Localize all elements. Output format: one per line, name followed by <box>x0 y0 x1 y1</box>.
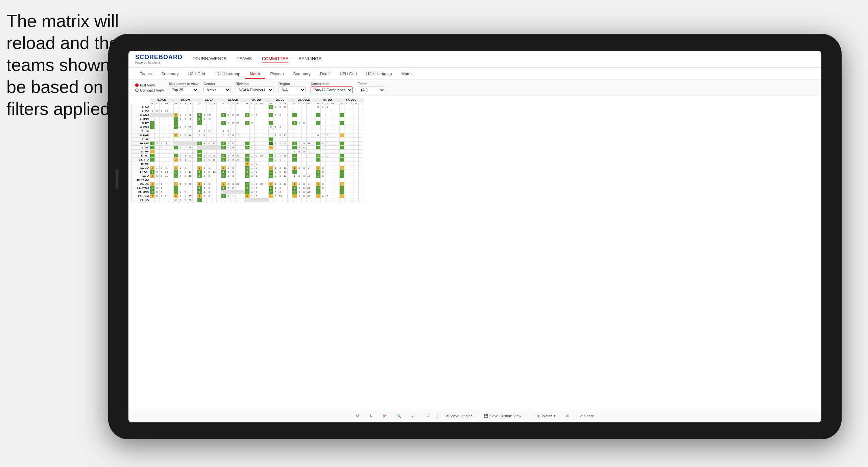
matrix-cell: 1 <box>268 194 273 198</box>
matrix-cell <box>240 133 245 138</box>
matrix-cell <box>178 105 183 109</box>
nav-tournaments[interactable]: TOURNAMENTS <box>193 55 226 63</box>
matrix-cell <box>316 129 320 133</box>
matrix-cell: 0 <box>231 146 235 150</box>
matrix-cell <box>240 109 245 113</box>
matrix-cell <box>249 178 254 182</box>
sub-tab-h2hheatmap2[interactable]: H2H Heatmap <box>361 70 396 79</box>
sub-tab-teams[interactable]: Teams <box>135 70 156 79</box>
sub-tab-summary[interactable]: Summary <box>156 70 183 79</box>
matrix-cell <box>344 113 349 117</box>
matrix-cell <box>259 138 264 142</box>
matrix-cell: 1 <box>292 182 297 186</box>
save-custom-button[interactable]: 💾 Save Custom View <box>481 413 524 419</box>
conference-select[interactable]: Pac-12 Conference (All) <box>311 87 353 93</box>
compact-view-radio[interactable]: Compact View <box>135 88 164 92</box>
sub-tab-h2hheatmap[interactable]: H2H Heatmap <box>210 70 245 79</box>
matrix-cell <box>358 129 363 133</box>
nav-rankings[interactable]: RANKINGS <box>298 55 321 63</box>
matrix-cell <box>183 150 188 154</box>
matrix-cell <box>354 170 358 174</box>
sub-tab-matrix2[interactable]: Matrix <box>397 70 417 79</box>
conference-label: Conference <box>311 82 353 86</box>
matrix-cell <box>221 138 226 142</box>
matrix-cell: 1 <box>197 129 202 133</box>
matrix-cell <box>249 138 254 142</box>
matrix-cell: 0 <box>231 186 235 190</box>
matrix-cell: 0 <box>164 166 169 170</box>
matrix-cell <box>202 105 207 109</box>
zoom-controls[interactable]: - + <box>409 413 419 419</box>
matrix-cell: 1 <box>150 170 155 174</box>
matrix-cell <box>349 186 354 190</box>
matrix-cell <box>330 105 335 109</box>
table-row: 13. UT2112221122120301102802012010 <box>131 154 363 158</box>
view-original-button[interactable]: 👁 View: Original <box>443 413 476 419</box>
matrix-cell: 0 <box>160 109 164 113</box>
matrix-cell: 50 <box>283 105 287 109</box>
matrix-cell <box>268 109 273 113</box>
redo-button[interactable]: ↻ <box>367 413 375 419</box>
matrix-cell <box>354 154 358 158</box>
share-options-button[interactable]: ⊞ <box>563 413 572 419</box>
region-select[interactable]: N/A East West <box>279 87 306 93</box>
sub-tab-matrix[interactable]: Matrix <box>245 70 266 79</box>
matrix-cell <box>264 190 268 194</box>
matrix-cell <box>160 150 164 154</box>
sub-tab-h2hgrid[interactable]: H2H Grid <box>184 70 210 79</box>
matrix-cell <box>259 190 264 194</box>
refresh-button[interactable]: ⟳ <box>380 413 389 419</box>
nav-teams[interactable]: TEAMS <box>237 55 252 63</box>
matrix-cell: 0 <box>231 170 235 174</box>
matrix-cell: 1 <box>273 125 278 129</box>
row-header: 22. UCB <box>131 190 150 194</box>
matrix-cell <box>240 166 245 170</box>
sub-tab-summary2[interactable]: Summary <box>288 70 315 79</box>
matrix-cell <box>330 186 335 190</box>
matrix-cell <box>231 105 235 109</box>
matrix-cell <box>202 138 207 142</box>
matrix-cell <box>169 105 174 109</box>
gender-select[interactable]: Men's Women's <box>203 87 231 93</box>
matrix-cell <box>249 150 254 154</box>
watch-button[interactable]: ◎ Watch ▾ <box>534 413 558 419</box>
share-button[interactable]: ↗ Share <box>577 413 597 419</box>
matrix-cell <box>297 158 302 162</box>
matrix-cell <box>164 133 169 138</box>
sub-tab-players[interactable]: Players <box>265 70 288 79</box>
team-select[interactable]: (All) <box>358 87 385 93</box>
matrix-cell: 1 <box>197 117 202 121</box>
matrix-cell <box>212 150 216 154</box>
matrix-cell <box>202 162 207 166</box>
matrix-cell: 4 <box>178 113 183 117</box>
matrix-cell: 0 <box>202 129 207 133</box>
col-header-osu: 57. OSU <box>339 98 363 102</box>
zoom-out-button[interactable]: 🔍 <box>394 413 404 419</box>
matrix-cell <box>212 146 216 150</box>
sub-tab-detail[interactable]: Detail <box>315 70 335 79</box>
matrix-cell: 2 <box>268 142 273 146</box>
matrix-cell <box>358 186 363 190</box>
matrix-cell <box>330 150 335 154</box>
nav-committee[interactable]: COMMITTEE <box>262 55 288 63</box>
matrix-cell <box>193 125 197 129</box>
full-view-radio[interactable]: Full View <box>135 83 164 87</box>
sub-tab-h2hgrid2[interactable]: H2H Grid <box>335 70 361 79</box>
matrix-cell <box>207 178 212 182</box>
matrix-cell <box>325 186 330 190</box>
eye-icon: 👁 <box>445 414 449 418</box>
matrix-cell: 1 <box>174 170 178 174</box>
undo-button[interactable]: ↺ <box>353 413 362 419</box>
matrix-cell <box>344 194 349 198</box>
matrix-cell <box>193 105 197 109</box>
matrix-cell: 0 <box>278 170 283 174</box>
bottom-toolbar: ↺ ↻ ⟳ 🔍 - + ⊙ 👁 <box>128 409 821 422</box>
division-select[interactable]: NCAA Division I NCAA Division II <box>236 87 273 93</box>
matrix-cell <box>297 138 302 142</box>
matrix-cell: 20 <box>302 146 306 150</box>
reset-button[interactable]: ⊙ <box>424 413 432 419</box>
matrix-cell: 44 <box>306 190 311 194</box>
matrix-cell <box>240 125 245 129</box>
matrix-cell: 0 <box>183 194 188 198</box>
max-teams-select[interactable]: Top 25 Top 10 Top 50 <box>169 87 198 93</box>
